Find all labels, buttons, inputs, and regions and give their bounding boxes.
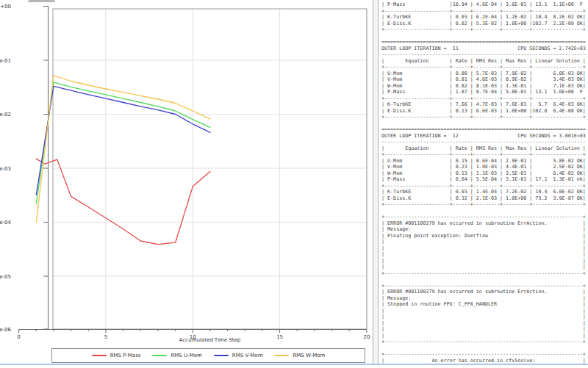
y-tick-label: 1.0e-03 — [0, 166, 11, 172]
chart-legend: RMS P-MassRMS U-MomRMS V-MomRMS W-Mom — [51, 348, 365, 363]
solver-output-console[interactable]: | P-Mass |10.94 | 4.6E-04 | 3.6E-01 | 13… — [380, 0, 587, 364]
legend-line-swatch — [214, 355, 229, 356]
y-tick-label: 1.0e+00 — [0, 4, 11, 10]
residual-chart-panel: 1.0e+001.0e-011.0e-021.0e-031.0e-041.0e-… — [0, 0, 371, 368]
legend-line-swatch — [152, 355, 167, 356]
legend-item-rms-v-mom: RMS V-Mom — [214, 353, 263, 358]
residual-chart: 1.0e+001.0e-011.0e-021.0e-031.0e-041.0e-… — [0, 0, 371, 368]
series-line-rms-v-mom — [36, 86, 210, 195]
legend-item-rms-p-mass: RMS P-Mass — [92, 353, 141, 358]
legend-label: RMS U-Mom — [171, 353, 201, 358]
legend-line-swatch — [274, 355, 289, 356]
chart-canvas: 1.0e+001.0e-011.0e-021.0e-031.0e-041.0e-… — [0, 0, 371, 368]
series-line-rms-u-mom — [36, 82, 210, 203]
legend-label: RMS V-Mom — [232, 353, 263, 358]
legend-label: RMS P-Mass — [110, 353, 141, 358]
solver-output-text: | P-Mass |10.94 | 4.6E-04 | 3.6E-01 | 13… — [380, 0, 587, 364]
window-chrome-fragment — [28, 0, 55, 2]
legend-line-swatch — [92, 355, 107, 356]
legend-item-rms-u-mom: RMS U-Mom — [152, 353, 201, 358]
y-tick-label: 1.0e-06 — [0, 327, 12, 333]
y-tick-label: 1.0e-05 — [0, 274, 11, 280]
panel-splitter[interactable] — [373, 0, 379, 364]
series-line-rms-w-mom — [36, 76, 210, 223]
plot-frame — [53, 9, 367, 329]
legend-item-rms-w-mom: RMS W-Mom — [274, 353, 325, 358]
y-tick-label: 1.0e-02 — [0, 112, 11, 118]
series-line-rms-p-mass — [36, 159, 210, 245]
y-tick-label: 1.0e-01 — [0, 58, 11, 64]
x-axis-title: Accumulated Time Step — [53, 337, 367, 343]
y-tick-label: 1.0e-04 — [0, 220, 12, 226]
legend-label: RMS W-Mom — [293, 353, 325, 358]
x-tick-label: 0 — [17, 334, 20, 340]
bottom-panel-edge — [0, 364, 588, 365]
